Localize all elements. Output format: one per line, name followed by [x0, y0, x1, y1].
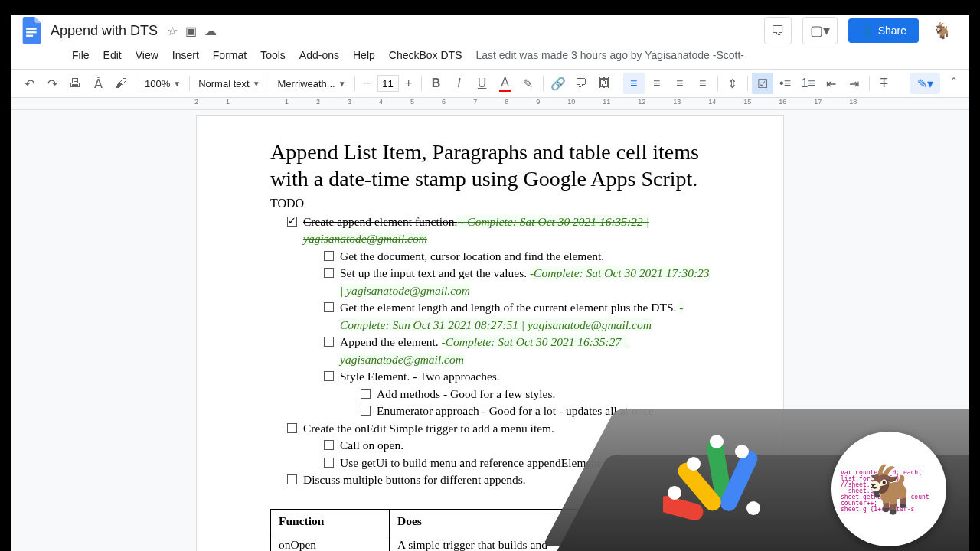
text-color-button[interactable]: A [495, 73, 516, 94]
document-page[interactable]: Append List Item, Paragraphs and table c… [196, 115, 784, 551]
checkbox-icon[interactable] [324, 440, 334, 450]
checklist-button[interactable]: ☑ [752, 73, 773, 94]
list-item[interactable]: Style Element. - Two approaches. [324, 368, 710, 385]
person-icon: 👤 [861, 24, 874, 37]
menu-checkbox-dts[interactable]: CheckBox DTS [383, 46, 469, 64]
menu-bar: File Edit View Insert Format Tools Add-o… [11, 46, 969, 69]
align-right-button[interactable]: ≡ [669, 73, 691, 94]
svg-rect-1 [26, 31, 37, 33]
spellcheck-button[interactable]: Ǎ [87, 73, 109, 94]
checkbox-icon[interactable] [287, 423, 297, 433]
checkbox-icon[interactable] [361, 389, 371, 399]
bulleted-list-button[interactable]: •≡ [775, 73, 796, 94]
svg-rect-0 [26, 28, 37, 30]
highlight-button[interactable]: ✎ [518, 73, 539, 94]
font-size-input[interactable] [377, 75, 399, 92]
font-select[interactable]: Merriweath...▼ [273, 73, 351, 94]
bold-button[interactable]: B [426, 73, 447, 94]
checkbox-icon[interactable] [324, 251, 334, 261]
list-item[interactable]: Discuss multiple buttons for different a… [287, 471, 710, 488]
numbered-list-button[interactable]: 1≡ [798, 73, 819, 94]
checkbox-icon[interactable] [324, 337, 334, 347]
style-select[interactable]: Normal text▼ [194, 73, 264, 94]
comment-button[interactable]: 🗩 [570, 73, 592, 94]
checkbox-icon[interactable] [324, 458, 334, 468]
menu-help[interactable]: Help [347, 46, 381, 64]
list-item[interactable]: Get the document, cursor location and fi… [324, 248, 710, 265]
star-icon[interactable]: ☆ [167, 24, 178, 38]
menu-insert[interactable]: Insert [166, 46, 205, 64]
toolbar: ↶ ↷ 🖶 Ǎ 🖌 100%▼ Normal text▼ Merriweath.… [11, 69, 969, 98]
menu-tools[interactable]: Tools [254, 46, 292, 64]
align-left-button[interactable]: ≡ [623, 73, 645, 94]
decrease-font-button[interactable]: − [359, 73, 376, 94]
line-spacing-button[interactable]: ⇕ [722, 73, 743, 94]
checkbox-icon[interactable] [324, 371, 334, 381]
checkbox-icon[interactable] [287, 474, 297, 484]
account-avatar[interactable]: 🐐 [929, 18, 954, 43]
zoom-select[interactable]: 100%▼ [140, 73, 185, 94]
comments-button[interactable]: 🗨 [764, 17, 792, 44]
list-item[interactable]: Create the onEdit Simple trigger to add … [287, 420, 710, 437]
paint-format-button[interactable]: 🖌 [110, 73, 132, 94]
align-center-button[interactable]: ≡ [646, 73, 668, 94]
todo-heading[interactable]: TODO [270, 197, 710, 210]
list-item[interactable]: Append the element. -Complete: Sat Oct 3… [324, 334, 710, 368]
list-item[interactable]: Use getUi to build menu and reference ap… [324, 455, 710, 471]
increase-indent-button[interactable]: ⇥ [844, 73, 865, 94]
menu-view[interactable]: View [129, 46, 165, 64]
list-item[interactable]: Call on open. [324, 437, 710, 454]
menu-file[interactable]: File [66, 46, 96, 64]
checkbox-checked-icon[interactable] [287, 217, 297, 227]
document-title[interactable]: Append with DTS [51, 23, 158, 39]
last-edit-link[interactable]: Last edit was made 3 hours ago by Yagisa… [475, 49, 743, 61]
editing-mode-button[interactable]: ✎▾ [910, 73, 940, 94]
heading-line-1[interactable]: Append List Item, Paragraphs and table c… [270, 139, 710, 165]
yagisanatode-badge-icon: var counter = 0; each(list.forEach(fn)//… [831, 432, 946, 546]
menu-edit[interactable]: Edit [97, 46, 128, 64]
increase-font-button[interactable]: + [400, 73, 417, 94]
move-icon[interactable]: ▣ [185, 24, 197, 38]
checkbox-icon[interactable] [324, 268, 334, 278]
svg-rect-2 [26, 35, 33, 37]
menu-addons[interactable]: Add-ons [293, 46, 345, 64]
list-item[interactable]: Add methods - Good for a few styles. [361, 386, 710, 403]
share-button[interactable]: 👤Share [848, 18, 919, 43]
collapse-toolbar-button[interactable]: ˆ [946, 77, 962, 90]
cloud-status-icon: ☁ [204, 24, 217, 38]
italic-button[interactable]: I [449, 73, 470, 94]
print-button[interactable]: 🖶 [64, 73, 86, 94]
table-row[interactable]: onOpenA simple trigger that builds and [271, 533, 710, 551]
link-button[interactable]: 🔗 [547, 73, 569, 94]
checkbox-icon[interactable] [361, 406, 371, 416]
list-item[interactable]: Set up the input text and get the values… [324, 265, 710, 299]
list-item[interactable]: Get the element length and length of the… [324, 299, 710, 334]
align-justify-button[interactable]: ≡ [692, 73, 714, 94]
menu-format[interactable]: Format [207, 46, 253, 64]
checkbox-icon[interactable] [324, 302, 334, 312]
docs-logo-icon[interactable] [18, 17, 46, 44]
heading-line-2[interactable]: with a date-time stamp using Google Apps… [270, 165, 710, 192]
undo-button[interactable]: ↶ [18, 73, 40, 94]
function-table[interactable]: FunctionDoes onOpenA simple trigger that… [270, 509, 710, 552]
decrease-indent-button[interactable]: ⇤ [821, 73, 842, 94]
redo-button[interactable]: ↷ [41, 73, 63, 94]
list-item[interactable]: Enumerator approach - Good for a lot - u… [361, 403, 710, 419]
present-button[interactable]: ▢▾ [802, 17, 838, 44]
underline-button[interactable]: U [472, 73, 493, 94]
clear-format-button[interactable]: T [874, 73, 895, 94]
image-button[interactable]: 🖼 [593, 73, 615, 94]
table-row[interactable]: FunctionDoes [271, 509, 710, 533]
list-item[interactable]: Create append element function. - Comple… [287, 214, 710, 248]
ruler[interactable]: 21123456789101112131415161718 [11, 98, 969, 110]
